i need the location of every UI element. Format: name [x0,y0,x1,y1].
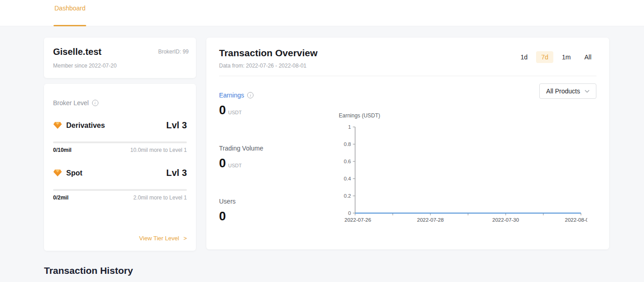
transaction-overview-card: Transaction Overview Data from: 2022-07-… [206,38,609,249]
metric-earnings[interactable]: Earnings i 0USDT [219,92,319,117]
metric-unit: USDT [228,110,242,115]
metric-value: 0 [219,103,226,117]
svg-text:0.8: 0.8 [344,141,351,147]
chevron-right-icon: > [183,235,187,242]
time-range-group: 1d 7d 1m All [516,51,596,63]
chevron-down-icon [585,90,590,93]
level-badge: Lvl 3 [166,120,187,131]
page-background: Giselle.test BrokerID: 99 Member since 2… [0,26,644,282]
metric-label: Earnings [219,92,244,99]
view-tier-label: View Tier Level [139,235,179,242]
progress-current: 0/2mil [53,194,68,201]
range-button-all[interactable]: All [579,51,596,63]
top-nav-bar: Dashboard [0,0,644,26]
products-filter-dropdown[interactable]: All Products [539,83,596,99]
progress-remaining: 10.0mil more to Level 1 [130,147,187,153]
progress-current: 0/10mil [53,147,72,153]
svg-text:1: 1 [348,124,351,130]
metric-value: 0 [219,156,226,170]
svg-text:0.4: 0.4 [344,176,351,181]
level-row-derivatives: Derivatives Lvl 3 [53,120,187,131]
progress-bar-spot [53,189,187,191]
chart-column: All Products Earnings (USDT) 00.20.40.60… [319,83,596,251]
metric-unit: USDT [228,163,242,168]
transaction-history-title: Transaction History [44,265,133,276]
broker-level-title-row: Broker Level i [53,99,187,107]
progress-remaining: 2.0mil more to Level 1 [133,194,187,201]
broker-level-card: Broker Level i Derivatives Lvl 3 0/10mil… [44,84,196,251]
chart-plot-area: 00.20.40.60.812022-07-262022-07-282022-0… [333,123,596,229]
products-filter-label: All Products [546,88,580,95]
metric-value: 0 [219,209,226,223]
overview-date-range: Data from: 2022-07-26 - 2022-08-01 [219,63,317,69]
range-button-1d[interactable]: 1d [516,51,533,63]
view-tier-level-link[interactable]: View Tier Level > [53,235,187,242]
range-button-1m[interactable]: 1m [557,51,576,63]
range-button-7d[interactable]: 7d [536,51,553,63]
tab-dashboard[interactable]: Dashboard [54,5,86,12]
broker-id: BrokerID: 99 [158,49,189,55]
level-badge: Lvl 3 [166,168,187,178]
svg-text:0.2: 0.2 [344,193,351,199]
metric-label: Trading Volume [219,145,263,152]
chart-title: Earnings (USDT) [339,112,596,119]
svg-text:2022-07-28: 2022-07-28 [417,217,444,223]
progress-labels-spot: 0/2mil 2.0mil more to Level 1 [53,194,187,201]
progress-labels-derivatives: 0/10mil 10.0mil more to Level 1 [53,147,187,153]
overview-title-block: Transaction Overview Data from: 2022-07-… [219,48,317,69]
level-name: Derivatives [66,122,105,130]
broker-level-title: Broker Level [53,99,89,107]
gem-icon [53,169,62,177]
broker-profile-card: Giselle.test BrokerID: 99 Member since 2… [44,38,196,78]
overview-header: Transaction Overview Data from: 2022-07-… [219,48,596,69]
earnings-chart: Earnings (USDT) 00.20.40.60.812022-07-26… [333,112,596,229]
info-icon[interactable]: i [247,92,254,98]
svg-text:2022-07-30: 2022-07-30 [493,217,519,223]
svg-text:0.6: 0.6 [344,159,351,164]
metric-label: Users [219,198,236,205]
gem-icon [53,122,62,129]
overview-title: Transaction Overview [219,48,317,58]
metric-trading-volume[interactable]: Trading Volume 0USDT [219,145,319,170]
info-icon[interactable]: i [92,100,98,106]
overview-body: Earnings i 0USDT Trading Volume 0USDT [219,83,596,251]
svg-text:2022-07-26: 2022-07-26 [345,217,371,223]
svg-text:0: 0 [348,210,351,216]
metrics-column: Earnings i 0USDT Trading Volume 0USDT [219,83,319,251]
svg-text:2022-08-01: 2022-08-01 [565,217,587,223]
level-row-spot: Spot Lvl 3 [53,168,187,178]
divider [219,76,596,76]
member-since: Member since 2022-07-20 [53,63,187,69]
level-name: Spot [66,169,83,177]
progress-bar-derivatives [53,141,187,143]
metric-users[interactable]: Users 0 [219,198,319,224]
